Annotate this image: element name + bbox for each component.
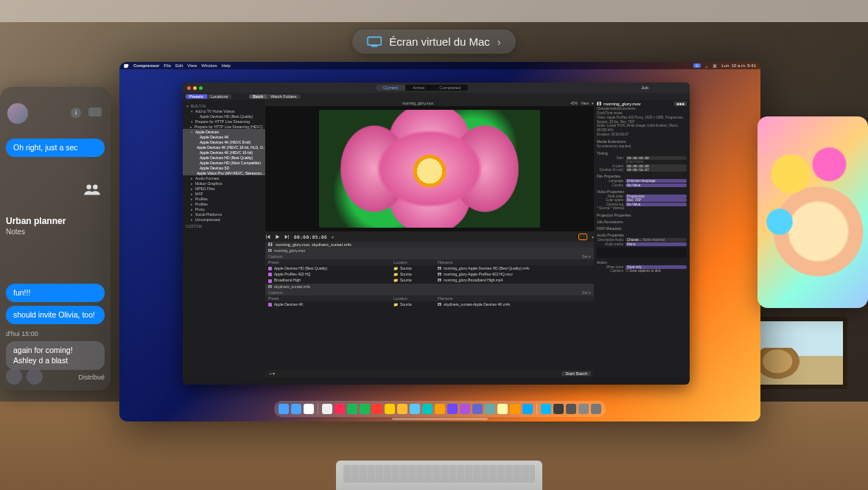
dock-app-icon[interactable] [397, 404, 407, 414]
preset-tree-row[interactable]: ▾Add to TV Home Videos [183, 108, 265, 113]
window-titlebar[interactable]: Current Active Completed Job [183, 83, 690, 93]
messages-window[interactable]: i Oh right, just a sec Urban planner Not… [0, 87, 111, 391]
play-button[interactable] [275, 234, 280, 239]
preset-tree-row[interactable]: ▸MPEG Files [183, 186, 265, 191]
video-preview[interactable] [265, 106, 594, 231]
preset-tree-row[interactable]: ▸MXF [183, 191, 265, 196]
dock-app-icon[interactable] [566, 404, 576, 414]
preset-tree-row[interactable]: Apple Devices 4K (HEVC 10-bit) [183, 150, 265, 155]
preset-tree-row[interactable]: Apple Devices HD (Best Quality) [183, 113, 265, 119]
info-button[interactable]: i [71, 108, 81, 118]
disclosure-triangle-icon[interactable]: ▸ [190, 176, 193, 181]
preset-tree-row[interactable]: ▸Uncompressed [183, 217, 265, 222]
window-traffic-lights[interactable] [187, 86, 203, 90]
contact-avatar[interactable] [7, 103, 28, 124]
batch-output-row[interactable]: Apple ProRes 422 HQ📁Source🎞morning_glory… [265, 271, 594, 277]
menubar-item[interactable]: File [164, 63, 171, 68]
preset-tree-row[interactable]: Apple Devices HD (Best Quality) [183, 155, 265, 160]
disclosure-triangle-icon[interactable]: ▸ [190, 125, 192, 129]
tab-watch-folders[interactable]: Watch Folders [267, 94, 300, 99]
vision-pro-pill[interactable]: Écran virtuel du Mac › [352, 29, 516, 54]
tab-locations[interactable]: Locations [207, 94, 232, 99]
dock-app-icon[interactable] [372, 404, 382, 414]
preset-tree-row[interactable]: ▸Proxy [183, 206, 265, 211]
preset-tree-row[interactable]: ▸Profiles [183, 201, 265, 206]
disclosure-triangle-icon[interactable]: ▸ [190, 202, 193, 206]
timing-duration-field[interactable]: 00:00:56:07 [626, 168, 687, 172]
language-select[interactable]: Unknown language [626, 179, 687, 183]
disclosure-triangle-icon[interactable]: ▸ [190, 217, 193, 222]
dock-app-icon[interactable] [460, 404, 470, 414]
disclosure-triangle-icon[interactable]: ▸ [190, 192, 193, 196]
dock-app-icon[interactable] [472, 404, 483, 414]
control-center-icon[interactable]: ⌘ [713, 63, 717, 69]
country-select[interactable]: No Value [626, 183, 687, 187]
preview-zoom[interactable]: 45% [570, 101, 578, 105]
timing-in-field[interactable]: 00:00:00:00 [626, 164, 687, 168]
tab-presets[interactable]: Presets [186, 94, 207, 99]
preset-tree-row[interactable]: ▸Audio Formats [183, 175, 265, 181]
audio-tracks-list[interactable] [597, 248, 687, 258]
field-order-select[interactable]: Progressive [626, 195, 687, 198]
menubar-item[interactable]: Edit [175, 63, 183, 68]
photos-window[interactable] [757, 116, 868, 308]
batch-job-header[interactable]: 🎞morning_glory.mov [265, 248, 594, 253]
camera-log-select[interactable]: No Value [626, 203, 687, 206]
main-tabs[interactable]: Current Active Completed [376, 85, 468, 91]
menubar-item[interactable]: View [187, 63, 197, 68]
dock-app-icon[interactable] [322, 404, 332, 414]
presets-sidebar[interactable]: ▾BUILT-IN ▾Add to TV Home VideosApple De… [183, 100, 265, 377]
zoom-button[interactable] [199, 86, 203, 90]
disclosure-triangle-icon[interactable]: ▾ [190, 130, 193, 134]
tab-active[interactable]: Active [405, 85, 432, 91]
message-bubble-sent[interactable]: fun!!! [6, 284, 105, 302]
dock-app-icon[interactable] [385, 404, 395, 414]
preset-tree-row[interactable]: ▸Prepare for HTTP Live Streaming (HEVC) [183, 124, 265, 129]
menubar-app-name[interactable]: Compressor [133, 63, 159, 68]
dock-app-icon[interactable] [435, 404, 445, 414]
disclosure-triangle-icon[interactable]: ▸ [190, 186, 193, 191]
dock-app-icon[interactable] [497, 404, 508, 414]
dock-app-icon[interactable] [304, 404, 314, 414]
prev-button[interactable] [265, 234, 270, 239]
close-button[interactable] [187, 86, 191, 90]
marker-icon[interactable]: ⬚ [578, 234, 587, 240]
preset-tree-row[interactable]: Apple Devices 4K (HEVC 10-bit, HLG, D... [183, 144, 265, 150]
dock-app-icon[interactable] [447, 404, 458, 414]
start-batch-button[interactable]: Start Batch [561, 371, 591, 376]
mac-menubar[interactable]: Compressor File Edit View Window Help ⎚ … [119, 62, 760, 69]
preset-tree-row[interactable]: ▾Apple Devices [183, 129, 265, 134]
dock-app-icon[interactable] [553, 404, 564, 414]
facetime-button[interactable] [88, 108, 102, 116]
disclosure-triangle-icon[interactable]: ▸ [190, 207, 193, 211]
sidebar-mode-tabs[interactable]: Presets Locations [186, 94, 231, 99]
preset-tree-row[interactable]: Apple Devices 4K (HEVC 8-bit) [183, 139, 265, 144]
dock-app-icon[interactable] [335, 404, 345, 414]
wifi-icon[interactable]: ⌵ [705, 63, 708, 69]
disclosure-triangle-icon[interactable]: ▾ [190, 119, 193, 124]
dock-app-icon[interactable] [541, 404, 551, 414]
when-done-select[interactable]: Save only [626, 265, 687, 269]
tab-completed[interactable]: Completed [432, 85, 468, 91]
disclosure-triangle-icon[interactable]: ▸ [190, 212, 193, 217]
dock-app-icon[interactable] [279, 404, 289, 414]
dock-app-icon[interactable] [578, 404, 589, 414]
batch-title-row[interactable]: 🎞 morning_glory.mov, skydivers_sunset.m4… [265, 242, 594, 248]
dock-app-icon[interactable] [522, 404, 533, 414]
preset-tree-row[interactable]: ▾Prepare for HTTP Live Streaming [183, 119, 265, 124]
message-bubble-received[interactable]: again for coming! Ashley d a blast [6, 341, 105, 369]
disclosure-triangle-icon[interactable]: ▾ [190, 109, 193, 113]
chevron-down-icon[interactable]: ▾ [332, 234, 334, 239]
dock-app-icon[interactable] [510, 404, 520, 414]
preset-tree-row[interactable]: Apple Devices SD [183, 165, 265, 170]
tab-batch[interactable]: Batch [249, 94, 267, 99]
preset-tree-row[interactable]: ▸ProRes [183, 196, 265, 201]
preset-tree-row[interactable]: Apple Devices HD (Most Compatible) [183, 160, 265, 165]
dock-app-icon[interactable] [422, 404, 433, 414]
preset-tree-row[interactable]: Apple Devices 4K [183, 134, 265, 139]
inspector-panel[interactable]: 🎞 morning_glory.mov ●●● /Samplemedia/Doc… [594, 100, 690, 377]
menubar-item[interactable]: Window [201, 63, 217, 68]
dock-app-icon[interactable] [347, 404, 357, 414]
preview-view-menu[interactable]: View [578, 101, 592, 105]
macos-dock[interactable] [274, 401, 606, 417]
